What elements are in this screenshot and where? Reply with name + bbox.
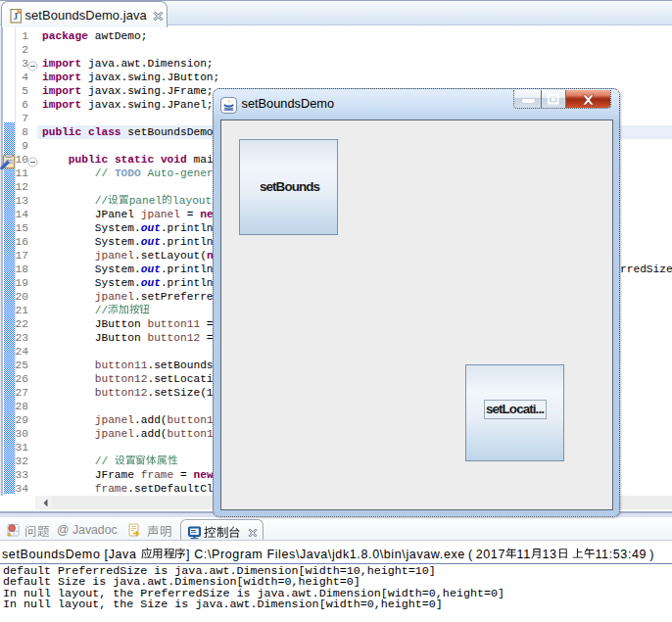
svg-text:J: J	[13, 11, 18, 22]
